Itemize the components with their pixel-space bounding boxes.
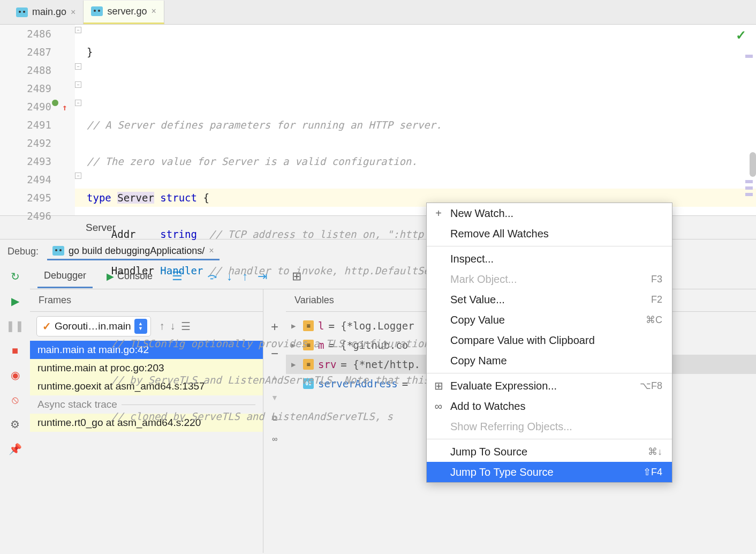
fold-icon[interactable]: − xyxy=(75,27,81,33)
watches-icon: ∞ xyxy=(433,400,444,413)
menu-evaluate-expression[interactable]: ⊞Evaluate Expression...⌥F8 xyxy=(427,376,672,396)
menu-separator xyxy=(427,373,672,373)
line-gutter: 24862487248824892490 2491249224932494249… xyxy=(0,25,75,215)
rerun-button[interactable]: ↻ xyxy=(9,270,21,283)
menu-separator xyxy=(427,439,672,439)
fold-icon[interactable]: − xyxy=(75,63,81,70)
editor-tabs: main.go × server.go × xyxy=(0,0,756,25)
menu-copy-value[interactable]: Copy Value⌘C xyxy=(427,310,672,330)
context-menu: +New Watch... Remove All Watches Inspect… xyxy=(426,203,672,483)
execution-point-icon: ↑ xyxy=(62,99,67,117)
tab-label: server.go xyxy=(107,6,147,17)
stop-button[interactable]: ■ xyxy=(9,344,21,357)
fold-icon[interactable]: − xyxy=(75,81,81,88)
plus-icon: + xyxy=(433,207,444,220)
mute-breakpoints-button[interactable]: ⦸ xyxy=(9,393,21,406)
fold-icon[interactable]: − xyxy=(75,173,81,179)
breakpoint-marker-icon[interactable] xyxy=(51,99,59,107)
menu-copy-name[interactable]: Copy Name xyxy=(427,350,672,371)
vertical-scrollbar[interactable] xyxy=(750,152,756,177)
menu-jump-to-source[interactable]: Jump To Source⌘↓ xyxy=(427,441,672,462)
menu-mark-object: Mark Object...F3 xyxy=(427,269,672,289)
close-icon[interactable]: × xyxy=(151,6,156,16)
fold-column: − − − − − xyxy=(75,25,85,215)
resume-button[interactable]: ▶ xyxy=(9,295,21,308)
settings-button[interactable]: ⚙ xyxy=(9,418,21,431)
debug-left-rail: ↻ ▶ ❚❚ ■ ◉ ⦸ ⚙ 📌 xyxy=(0,264,30,553)
pause-button[interactable]: ❚❚ xyxy=(9,319,21,332)
debug-label: Debug: xyxy=(7,246,39,257)
pin-button[interactable]: 📌 xyxy=(9,443,21,455)
menu-remove-all-watches[interactable]: Remove All Watches xyxy=(427,223,672,244)
fold-icon[interactable]: − xyxy=(75,100,81,106)
menu-show-referring: Show Referring Objects... xyxy=(427,416,672,437)
editor[interactable]: 24862487248824892490 2491249224932494249… xyxy=(0,25,756,215)
menu-set-value[interactable]: Set Value...F2 xyxy=(427,289,672,310)
tab-label: main.go xyxy=(32,6,66,18)
check-icon: ✓ xyxy=(42,320,51,333)
go-file-icon xyxy=(16,8,28,17)
menu-compare-value[interactable]: Compare Value with Clipboard xyxy=(427,330,672,350)
menu-jump-to-type-source[interactable]: Jump To Type Source⇧F4 xyxy=(427,462,672,482)
tab-debugger[interactable]: Debugger xyxy=(37,265,93,288)
menu-add-to-watches[interactable]: ∞Add to Watches xyxy=(427,396,672,416)
calculator-icon: ⊞ xyxy=(433,379,444,392)
editor-tab-main[interactable]: main.go × xyxy=(9,1,84,24)
inspection-ok-icon[interactable]: ✓ xyxy=(736,28,746,43)
code-area[interactable]: } // A Server defines parameters for run… xyxy=(75,25,756,215)
close-icon[interactable]: × xyxy=(71,8,75,17)
menu-new-watch[interactable]: +New Watch... xyxy=(427,203,672,223)
editor-tab-server[interactable]: server.go × xyxy=(84,1,164,24)
menu-inspect[interactable]: Inspect... xyxy=(427,249,672,269)
error-stripe[interactable] xyxy=(745,25,753,215)
view-breakpoints-button[interactable]: ◉ xyxy=(9,369,21,381)
go-run-icon xyxy=(52,246,64,256)
menu-separator xyxy=(427,246,672,246)
go-file-icon xyxy=(91,6,103,16)
